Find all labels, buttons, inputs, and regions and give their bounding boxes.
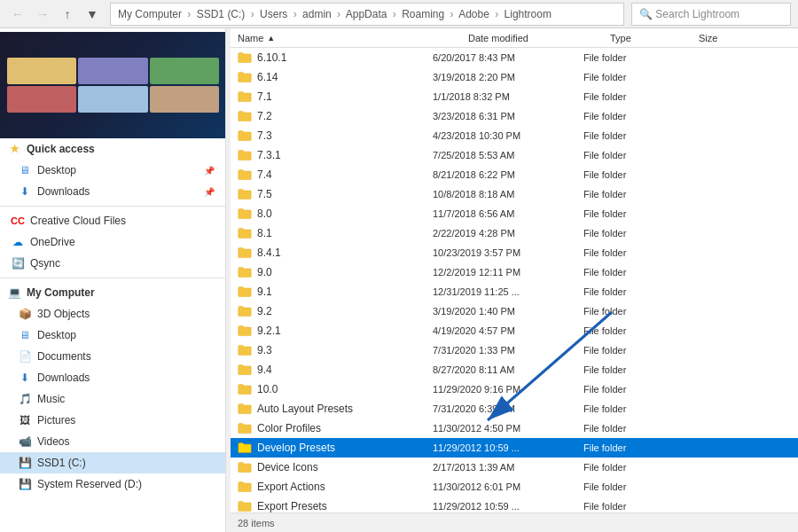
forward-button[interactable]: → bbox=[32, 4, 53, 25]
main-area: ★ Quick access 🖥 Desktop 📌 ⬇ Downloads 📌… bbox=[0, 28, 798, 532]
folder-icon bbox=[238, 422, 252, 434]
drive-icon-2: 💾 bbox=[18, 478, 32, 490]
desktop-icon-2: 🖥 bbox=[18, 329, 32, 341]
file-date: 3/19/2018 2:20 PM bbox=[433, 72, 583, 82]
file-date: 4/19/2020 4:57 PM bbox=[433, 325, 583, 336]
file-date: 11/29/2012 10:59 ... bbox=[433, 442, 583, 453]
table-row[interactable]: 7.1 1/1/2018 8:32 PM File folder bbox=[231, 87, 798, 106]
file-type: File folder bbox=[583, 442, 672, 453]
table-row[interactable]: 9.2 3/19/2020 1:40 PM File folder bbox=[231, 301, 798, 321]
table-row[interactable]: Export Actions 11/30/2012 6:01 PM File f… bbox=[231, 477, 798, 497]
file-name: 9.2 bbox=[238, 305, 433, 317]
file-type: File folder bbox=[583, 111, 672, 121]
table-row[interactable]: 9.0 12/2/2019 12:11 PM File folder bbox=[231, 262, 798, 282]
col-header-size[interactable]: Size bbox=[699, 33, 791, 43]
table-row[interactable]: Auto Layout Presets 7/31/2020 6:39 PM Fi… bbox=[231, 399, 798, 419]
search-box[interactable]: 🔍 Search Lightroom bbox=[631, 3, 791, 26]
breadcrumb[interactable]: My Computer › SSD1 (C:) › Users › admin … bbox=[110, 3, 624, 26]
table-row[interactable]: 7.4 8/21/2018 6:22 PM File folder bbox=[231, 165, 798, 184]
file-date: 7/25/2018 5:53 AM bbox=[433, 150, 583, 160]
file-date: 2/22/2019 4:28 PM bbox=[433, 228, 583, 239]
table-row[interactable]: 6.14 3/19/2018 2:20 PM File folder bbox=[231, 67, 798, 87]
pictures-icon: 🖼 bbox=[18, 414, 32, 426]
file-name: 8.0 bbox=[238, 207, 433, 220]
sidebar-item-ssd1-label: SSD1 (C:) bbox=[37, 457, 86, 469]
sidebar-item-system-reserved-label: System Reserved (D:) bbox=[37, 478, 142, 490]
file-date: 4/23/2018 10:30 PM bbox=[433, 130, 583, 141]
sidebar-item-onedrive[interactable]: ☁ OneDrive bbox=[0, 231, 225, 253]
folder-icon bbox=[238, 71, 252, 83]
cc-icon: CC bbox=[11, 215, 25, 226]
sidebar-item-documents[interactable]: 📄 Documents bbox=[0, 346, 225, 367]
file-panel: Name ▲ Date modified Type Size 6.10.1 6/… bbox=[231, 28, 798, 532]
file-name: 7.5 bbox=[238, 188, 433, 200]
sidebar-item-pictures[interactable]: 🖼 Pictures bbox=[0, 410, 225, 431]
file-date: 2/17/2013 1:39 AM bbox=[433, 462, 583, 473]
table-row[interactable]: 9.3 7/31/2020 1:33 PM File folder bbox=[231, 340, 798, 360]
status-bar: 28 items bbox=[231, 512, 798, 532]
table-row[interactable]: 8.0 11/7/2018 6:56 AM File folder bbox=[231, 204, 798, 223]
folder-icon bbox=[238, 188, 252, 200]
col-header-type[interactable]: Type bbox=[610, 33, 699, 43]
table-row[interactable]: 10.0 11/29/2020 9:16 PM File folder bbox=[231, 379, 798, 399]
table-row[interactable]: Color Profiles 11/30/2012 4:50 PM File f… bbox=[231, 419, 798, 438]
pin-icon-2: 📌 bbox=[204, 187, 215, 197]
folder-icon bbox=[238, 344, 252, 356]
sidebar-item-desktop[interactable]: 🖥 Desktop 📌 bbox=[0, 160, 225, 181]
table-row[interactable]: 9.1 12/31/2019 11:25 ... File folder bbox=[231, 282, 798, 301]
table-row[interactable]: 7.5 10/8/2018 8:18 AM File folder bbox=[231, 184, 798, 204]
sidebar-item-music-label: Music bbox=[37, 393, 65, 405]
table-row[interactable]: Device Icons 2/17/2013 1:39 AM File fold… bbox=[231, 458, 798, 477]
sidebar-item-downloads[interactable]: ⬇ Downloads 📌 bbox=[0, 181, 225, 202]
table-row[interactable]: Develop Presets 11/29/2012 10:59 ... Fil… bbox=[231, 438, 798, 458]
recent-button[interactable]: ▼ bbox=[82, 4, 103, 25]
sidebar-item-system-reserved[interactable]: 💾 System Reserved (D:) bbox=[0, 473, 225, 495]
table-row[interactable]: 9.2.1 4/19/2020 4:57 PM File folder bbox=[231, 321, 798, 340]
up-button[interactable]: ↑ bbox=[57, 4, 78, 25]
sidebar-item-cc-label: Creative Cloud Files bbox=[30, 215, 126, 227]
sidebar-item-music[interactable]: 🎵 Music bbox=[0, 388, 225, 410]
back-button[interactable]: ← bbox=[7, 4, 28, 25]
sidebar-item-videos[interactable]: 📹 Videos bbox=[0, 431, 225, 452]
file-type: File folder bbox=[583, 169, 672, 180]
file-date: 12/2/2019 12:11 PM bbox=[433, 267, 583, 278]
col-header-date[interactable]: Date modified bbox=[468, 33, 610, 43]
quick-access-label: Quick access bbox=[27, 143, 95, 155]
sidebar-item-desktop-label: Desktop bbox=[37, 164, 76, 176]
sidebar-item-desktop2[interactable]: 🖥 Desktop bbox=[0, 325, 225, 346]
sidebar-item-documents-label: Documents bbox=[37, 350, 91, 363]
table-row[interactable]: Export Presets 11/29/2012 10:59 ... File… bbox=[231, 497, 798, 512]
sidebar-section-quick-access[interactable]: ★ Quick access bbox=[0, 138, 225, 160]
file-name: 8.4.1 bbox=[238, 246, 433, 259]
file-date: 11/7/2018 6:56 AM bbox=[433, 208, 583, 219]
sidebar-item-ssd1[interactable]: 💾 SSD1 (C:) bbox=[0, 452, 225, 473]
table-row[interactable]: 9.4 8/27/2020 8:11 AM File folder bbox=[231, 360, 798, 379]
download-icon-2: ⬇ bbox=[18, 372, 32, 384]
file-type: File folder bbox=[583, 208, 672, 219]
folder-icon bbox=[238, 442, 252, 454]
status-text: 28 items bbox=[238, 518, 275, 528]
file-type: File folder bbox=[583, 306, 672, 317]
sidebar-item-creative-cloud[interactable]: CC Creative Cloud Files bbox=[0, 210, 225, 231]
sidebar-item-qsync[interactable]: 🔄 Qsync bbox=[0, 253, 225, 274]
table-row[interactable]: 7.3.1 7/25/2018 5:53 AM File folder bbox=[231, 145, 798, 165]
table-row[interactable]: 8.4.1 10/23/2019 3:57 PM File folder bbox=[231, 243, 798, 262]
file-type: File folder bbox=[583, 52, 672, 63]
table-row[interactable]: 8.1 2/22/2019 4:28 PM File folder bbox=[231, 223, 798, 243]
qsync-icon: 🔄 bbox=[11, 257, 25, 270]
table-row[interactable]: 7.2 3/23/2018 6:31 PM File folder bbox=[231, 106, 798, 126]
sidebar-item-3dobjects[interactable]: 📦 3D Objects bbox=[0, 303, 225, 325]
table-row[interactable]: 7.3 4/23/2018 10:30 PM File folder bbox=[231, 126, 798, 145]
sidebar-item-downloads2-label: Downloads bbox=[37, 372, 90, 384]
onedrive-icon: ☁ bbox=[11, 236, 25, 248]
file-name: 7.3 bbox=[238, 129, 433, 142]
file-date: 3/23/2018 6:31 PM bbox=[433, 111, 583, 121]
file-type: File folder bbox=[583, 423, 672, 434]
sidebar-section-computer[interactable]: 💻 My Computer bbox=[0, 282, 225, 303]
file-name: Color Profiles bbox=[238, 422, 433, 434]
col-header-name[interactable]: Name ▲ bbox=[238, 33, 468, 43]
folder-icon bbox=[238, 168, 252, 181]
sidebar-item-downloads2[interactable]: ⬇ Downloads bbox=[0, 367, 225, 388]
folder-icon bbox=[238, 383, 252, 395]
table-row[interactable]: 6.10.1 6/20/2017 8:43 PM File folder bbox=[231, 48, 798, 67]
